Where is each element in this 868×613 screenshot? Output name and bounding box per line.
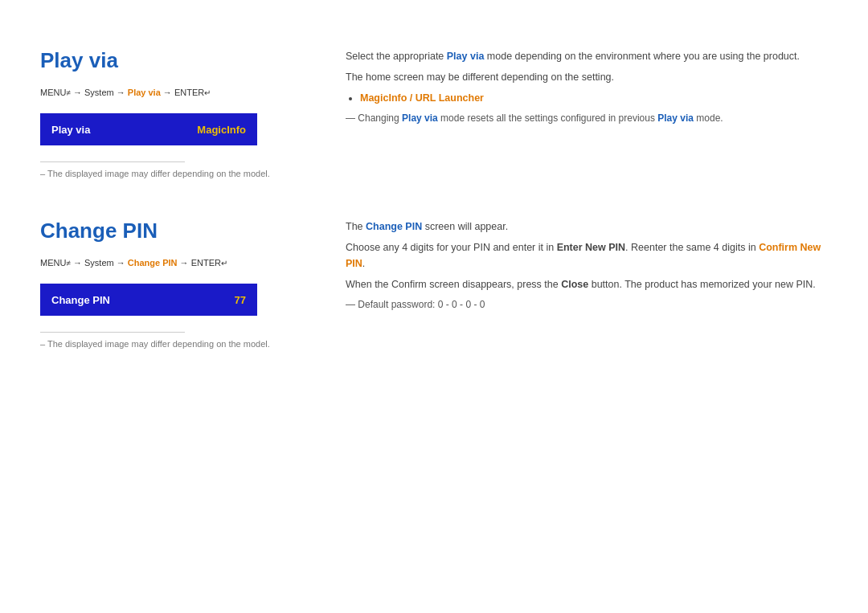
change-pin-desc1-suf: screen will appear. <box>422 221 508 232</box>
change-pin-note: The displayed image may differ depending… <box>40 339 313 349</box>
menu-icon-2: MENU <box>40 258 66 268</box>
play-via-dash-h2: Play via <box>657 112 694 124</box>
play-via-dash-h1: Play via <box>402 112 438 124</box>
play-via-screen: Play via MagicInfo <box>40 113 257 145</box>
change-pin-enter-icon: ↵ <box>221 259 227 268</box>
play-via-desc1-prefix: Select the appropriate <box>346 51 447 62</box>
change-pin-d2-mid: . Reenter the same 4 digits in <box>625 242 759 253</box>
change-pin-title: Change PIN <box>40 219 313 243</box>
play-via-bullet-item: MagicInfo / URL Launcher <box>360 90 828 106</box>
play-via-enter-icon: ↵ <box>204 88 211 97</box>
play-via-dash-mid: mode resets all the settings configured … <box>438 112 657 124</box>
change-pin-d2-pre: Choose any 4 digits for your PIN and ent… <box>346 242 557 253</box>
play-via-desc1-highlight: Play via <box>447 51 485 62</box>
change-pin-d3-suf: button. The product has memorized your n… <box>588 279 816 290</box>
change-pin-path-middle: → System → <box>73 258 128 268</box>
play-via-screen-left: Play via <box>51 124 90 136</box>
change-pin-menu-path: MENU≠ → System → Change PIN → ENTER↵ <box>40 258 313 268</box>
play-via-screen-right: MagicInfo <box>197 124 246 136</box>
play-via-note: The displayed image may differ depending… <box>40 169 313 178</box>
play-via-menu-path: MENU≠ → System → Play via → ENTER↵ <box>40 88 313 97</box>
change-pin-left: Change PIN MENU≠ → System → Change PIN →… <box>40 219 313 349</box>
change-pin-path-suffix: → ENTER <box>178 258 221 268</box>
play-via-desc2: The home screen may be different dependi… <box>346 69 828 85</box>
menu-icon-symbol-2: ≠ <box>66 259 71 268</box>
change-pin-divider <box>40 332 185 333</box>
change-pin-desc1-pre: The <box>346 221 366 232</box>
play-via-path-highlight: Play via <box>128 88 161 97</box>
change-pin-screen-left: Change PIN <box>51 294 110 306</box>
play-via-title: Play via <box>40 48 313 73</box>
play-via-path-suffix: → ENTER <box>161 88 204 97</box>
play-via-right: Select the appropriate Play via mode dep… <box>346 48 828 178</box>
page: Play via MENU≠ → System → Play via → ENT… <box>0 0 868 437</box>
play-via-desc1: Select the appropriate Play via mode dep… <box>346 48 828 64</box>
change-pin-section: Change PIN MENU≠ → System → Change PIN →… <box>40 219 828 349</box>
change-pin-screen: Change PIN 77 <box>40 284 257 316</box>
play-via-dash-prefix: Changing <box>358 112 402 124</box>
change-pin-right: The Change PIN screen will appear. Choos… <box>346 219 828 349</box>
play-via-dash-suf: mode. <box>694 112 723 124</box>
change-pin-d3-h: Close <box>561 279 588 290</box>
change-pin-path-highlight: Change PIN <box>128 258 178 268</box>
play-via-divider <box>40 161 185 162</box>
play-via-desc1-suffix: mode depending on the environment where … <box>484 51 800 62</box>
change-pin-desc1-h: Change PIN <box>366 221 422 232</box>
change-pin-screen-right: 77 <box>235 294 246 306</box>
play-via-path-middle: → System → <box>73 88 128 97</box>
play-via-bullet-list: MagicInfo / URL Launcher <box>346 90 828 106</box>
play-via-left: Play via MENU≠ → System → Play via → ENT… <box>40 48 313 178</box>
play-via-section: Play via MENU≠ → System → Play via → ENT… <box>40 48 828 178</box>
change-pin-d2-suf: . <box>362 258 365 269</box>
change-pin-dash-note: Default password: 0 - 0 - 0 - 0 <box>346 297 828 313</box>
change-pin-desc1: The Change PIN screen will appear. <box>346 219 828 235</box>
play-via-bullet-highlight: MagicInfo / URL Launcher <box>360 92 484 104</box>
menu-icon-symbol-1: ≠ <box>66 88 71 97</box>
change-pin-desc2: Choose any 4 digits for your PIN and ent… <box>346 239 828 272</box>
change-pin-d3-pre: When the Confirm screen disappears, pres… <box>346 279 561 290</box>
menu-icon-1: MENU <box>40 88 66 97</box>
change-pin-d2-h1: Enter New PIN <box>557 242 625 253</box>
play-via-dash-note: Changing Play via mode resets all the se… <box>346 111 828 126</box>
change-pin-desc3: When the Confirm screen disappears, pres… <box>346 276 828 292</box>
